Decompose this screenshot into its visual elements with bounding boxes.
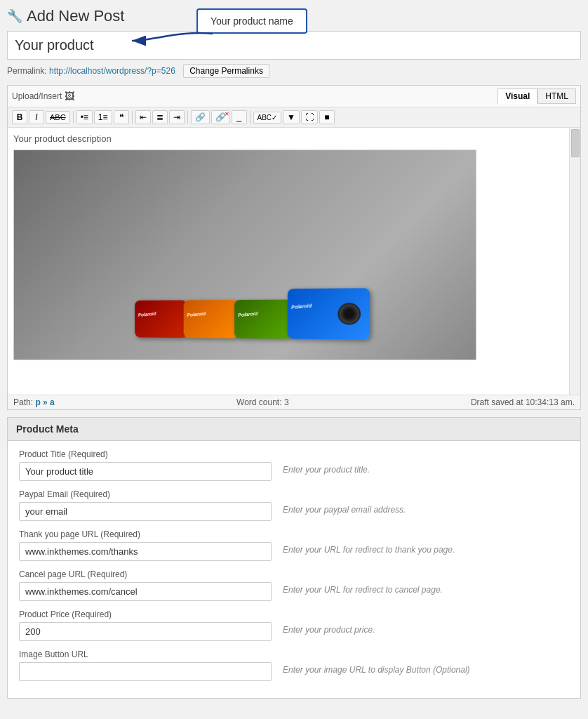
path-text: Path: p » a — [13, 397, 55, 407]
toolbar-separator-1 — [73, 111, 74, 124]
meta-field-left-cancel-url-field: Cancel page URL (Required) — [19, 569, 272, 601]
camera-lens — [338, 303, 361, 324]
unlink-btn[interactable]: 🔗✕ — [211, 110, 230, 124]
product-price-field[interactable] — [19, 622, 272, 641]
annotation-arrow — [125, 27, 216, 48]
visual-html-tabs: Visual HTML — [497, 88, 576, 104]
strikethrough-btn[interactable]: ABC — [46, 111, 70, 124]
wrench-icon: 🔧 — [7, 8, 22, 24]
tab-html[interactable]: HTML — [537, 88, 576, 104]
spellcheck-btn[interactable]: ABC✓ — [253, 112, 282, 124]
permalink-row: Permalink: http://localhost/wordpress/?p… — [7, 64, 581, 78]
thankyou-url-field[interactable] — [19, 542, 272, 561]
product-name-input[interactable] — [8, 32, 580, 59]
page-title: Add New Post — [27, 7, 124, 25]
image-button-url-field[interactable] — [19, 662, 272, 681]
scrollbar-thumb — [571, 129, 580, 157]
insert-more-btn[interactable]: ⎯ — [232, 110, 247, 124]
meta-field-label-cancel-url-field: Cancel page URL (Required) — [19, 569, 272, 579]
path-label: Path: — [13, 397, 33, 407]
fullscreen-btn[interactable]: ⛶ — [301, 110, 318, 124]
meta-field-label-paypal-email-field: Paypal Email (Required) — [19, 489, 272, 499]
camera-scene: Polaroid Polaroid Polaroid Polaroid — [14, 150, 476, 360]
meta-field-row-product-price-field: Product Price (Required)Enter your produ… — [19, 609, 569, 641]
camera-label-green: Polaroid — [238, 310, 258, 317]
cancel-url-field[interactable] — [19, 582, 272, 601]
meta-field-hint-thankyou-url-field: Enter your URL for redirect to thank you… — [283, 529, 569, 555]
italic-btn[interactable]: I — [29, 110, 44, 124]
bold-btn[interactable]: B — [12, 110, 27, 124]
show-hide-btn[interactable]: ■ — [319, 110, 335, 124]
editor-box: Upload/Insert 🖼 Visual HTML B I ABC •≡ 1… — [7, 85, 581, 410]
permalink-label: Permalink: — [7, 66, 47, 76]
meta-field-left-image-button-url-field: Image Button URL — [19, 649, 272, 681]
meta-box-content: Product Title (Required)Enter your produ… — [8, 441, 580, 698]
link-btn[interactable]: 🔗 — [191, 110, 210, 124]
paypal-email-field[interactable] — [19, 502, 272, 521]
meta-field-row-thankyou-url-field: Thank you page URL (Required)Enter your … — [19, 529, 569, 561]
align-left-btn[interactable]: ⇤ — [135, 110, 151, 124]
draft-saved: Draft saved at 10:34:13 am. — [471, 397, 575, 407]
word-count-value: 3 — [284, 397, 289, 407]
meta-field-left-paypal-email-field: Paypal Email (Required) — [19, 489, 272, 521]
meta-field-left-product-title-field: Product Title (Required) — [19, 449, 272, 481]
camera-green: Polaroid — [234, 300, 291, 339]
align-right-btn[interactable]: ⇥ — [169, 110, 185, 124]
editor-main[interactable]: Your product description Polaroid Polaro… — [8, 128, 569, 395]
cameras-group: Polaroid Polaroid Polaroid Polaroid — [135, 288, 366, 340]
upload-insert-label: Upload/Insert 🖼 — [12, 91, 74, 102]
toolbar-separator-4 — [250, 111, 250, 124]
tab-visual[interactable]: Visual — [497, 88, 537, 104]
meta-field-row-product-title-field: Product Title (Required)Enter your produ… — [19, 449, 569, 481]
meta-field-row-paypal-email-field: Paypal Email (Required)Enter your paypal… — [19, 489, 569, 521]
unordered-list-btn[interactable]: •≡ — [76, 110, 93, 124]
meta-field-hint-product-price-field: Enter your product price. — [283, 609, 569, 635]
meta-field-hint-image-button-url-field: Enter your image URL to display Button (… — [283, 649, 569, 675]
meta-field-hint-product-title-field: Enter your product title. — [283, 449, 569, 475]
product-meta-box: Product Meta Product Title (Required)Ent… — [7, 417, 581, 699]
align-center-btn[interactable]: ≣ — [152, 110, 168, 124]
camera-blue: Polaroid — [288, 288, 370, 340]
toolbar-separator-2 — [132, 111, 133, 124]
word-count-label: Word count: — [236, 397, 281, 407]
camera-label-red: Polaroid — [138, 310, 156, 317]
word-count-area: Word count: 3 — [236, 397, 289, 407]
path-value: p » a — [35, 397, 54, 407]
blockquote-btn[interactable]: ❝ — [114, 110, 129, 124]
meta-field-row-cancel-url-field: Cancel page URL (Required)Enter your URL… — [19, 569, 569, 601]
product-title-field[interactable] — [19, 462, 272, 481]
ordered-list-btn[interactable]: 1≡ — [94, 110, 112, 124]
meta-field-label-product-price-field: Product Price (Required) — [19, 609, 272, 619]
media-icon: 🖼 — [65, 91, 74, 102]
product-image: Polaroid Polaroid Polaroid Polaroid — [13, 150, 476, 360]
dropdown-btn[interactable]: ▼ — [283, 110, 300, 124]
meta-field-hint-cancel-url-field: Enter your URL for redirect to cancel pa… — [283, 569, 569, 595]
editor-content-area: Your product description Polaroid Polaro… — [8, 128, 580, 395]
meta-field-label-thankyou-url-field: Thank you page URL (Required) — [19, 529, 272, 539]
meta-field-left-thankyou-url-field: Thank you page URL (Required) — [19, 529, 272, 561]
format-toolbar: B I ABC •≡ 1≡ ❝ ⇤ ≣ ⇥ 🔗 🔗✕ ⎯ ABC✓ ▼ ⛶ ■ — [8, 107, 580, 128]
product-name-input-container — [7, 31, 581, 60]
editor-scrollbar[interactable] — [569, 128, 580, 395]
editor-footer: Path: p » a Word count: 3 Draft saved at… — [8, 395, 580, 409]
camera-red: Polaroid — [135, 300, 187, 338]
toolbar-separator-3 — [187, 111, 188, 124]
change-permalinks-button[interactable]: Change Permalinks — [183, 64, 269, 78]
meta-field-left-product-price-field: Product Price (Required) — [19, 609, 272, 641]
meta-field-label-product-title-field: Product Title (Required) — [19, 449, 272, 459]
meta-box-header: Product Meta — [8, 418, 580, 441]
meta-field-hint-paypal-email-field: Enter your paypal email address. — [283, 489, 569, 515]
meta-field-row-image-button-url-field: Image Button URLEnter your image URL to … — [19, 649, 569, 681]
editor-description: Your product description — [13, 133, 563, 144]
editor-toolbar-top: Upload/Insert 🖼 Visual HTML — [8, 86, 580, 107]
permalink-url[interactable]: http://localhost/wordpress/?p=526 — [49, 66, 175, 76]
camera-label-blue: Polaroid — [291, 303, 312, 310]
meta-field-label-image-button-url-field: Image Button URL — [19, 649, 272, 659]
camera-orange: Polaroid — [184, 300, 238, 338]
camera-label-orange: Polaroid — [187, 310, 206, 317]
